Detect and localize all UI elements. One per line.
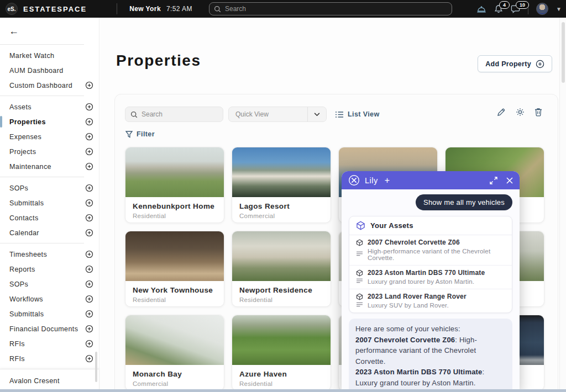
plus-circle-icon[interactable] [85, 199, 93, 207]
sidebar-item-label: Submittals [9, 199, 44, 207]
notifications-badge: 4 [499, 1, 510, 9]
add-property-label: Add Property [485, 60, 531, 68]
sidebar-item-avalon-cresent[interactable]: Avalon Cresent [0, 369, 99, 392]
list-view-label: List View [348, 110, 380, 118]
plus-circle-icon[interactable] [85, 103, 93, 111]
sidebar-item-workflows[interactable]: Workflows [0, 292, 99, 306]
new-chat-plus-icon[interactable]: + [385, 176, 390, 186]
sidebar-item-calendar[interactable]: Calendar [0, 225, 99, 240]
chevron-down-icon[interactable]: ▼ [556, 6, 562, 12]
chat-header[interactable]: Lily + [342, 171, 520, 189]
concierge-bell-icon[interactable] [476, 5, 486, 13]
sidebar-item-maintenance[interactable]: Maintenance [0, 159, 99, 174]
property-type: Residential [239, 380, 323, 387]
property-card[interactable]: Kennebunkport Home Residential [125, 147, 224, 223]
sidebar-item-submittals-2[interactable]: Submittals [0, 306, 99, 321]
sidebar-item-financial-documents[interactable]: Financial Documents [0, 321, 99, 336]
plus-circle-icon[interactable] [85, 229, 93, 237]
sidebar-item-submittals[interactable]: Submittals [0, 195, 99, 210]
sidebar-item-label: Maintenance [9, 163, 51, 171]
list-view-toggle[interactable]: List View [335, 110, 380, 118]
sidebar-item-rfis-2[interactable]: RFIs [0, 351, 99, 366]
plus-circle-icon[interactable] [85, 162, 93, 171]
app-logo: eS. [6, 3, 18, 15]
plus-circle-icon[interactable] [85, 295, 93, 303]
property-card[interactable]: Newport Residence Residential [232, 231, 331, 307]
plus-circle-icon[interactable] [85, 214, 93, 222]
assets-card-title: Your Assets [370, 221, 413, 230]
sidebar-item-reports[interactable]: Reports [0, 262, 99, 277]
cube-icon [356, 293, 363, 300]
sidebar-item-aum-dashboard[interactable]: AUM Dashboard [0, 63, 99, 78]
sidebar-item-timesheets[interactable]: Timesheets [0, 247, 99, 262]
sidebar-item-sops-2[interactable]: SOPs [0, 277, 99, 292]
property-card[interactable]: Lagos Resort Commercial [232, 147, 331, 223]
delete-trash-icon[interactable] [534, 108, 542, 116]
logo-text: eS. [7, 6, 15, 12]
description-lines-icon [356, 278, 363, 284]
sidebar-item-label: Assets [9, 103, 32, 111]
chat-title: Lily [365, 176, 378, 185]
property-image [125, 231, 224, 281]
expand-icon[interactable] [490, 177, 497, 184]
vertical-scrollbar[interactable] [559, 18, 566, 392]
time-label: 7:52 AM [166, 5, 192, 13]
vertical-scrollbar-thumb[interactable] [562, 22, 565, 83]
properties-search[interactable] [125, 107, 223, 122]
plus-circle-icon[interactable] [85, 280, 93, 288]
asset-list-item[interactable]: 2023 Land Rover Range Rover Luxury SUV b… [349, 289, 512, 312]
property-card[interactable]: Azure Haven Residential [232, 315, 331, 391]
property-card[interactable]: New York Townhouse Residential [125, 231, 224, 307]
notifications-bell-icon[interactable]: 4 [494, 4, 503, 14]
sidebar-item-expenses[interactable]: Expenses [0, 129, 99, 144]
close-icon[interactable] [506, 177, 513, 184]
back-arrow-icon[interactable]: ← [9, 25, 19, 37]
plus-circle-icon[interactable] [85, 184, 93, 192]
property-type: Residential [133, 296, 217, 303]
vehicle-name: 2007 Chevrolet Corvette Z06 [355, 336, 455, 344]
quick-view-dropdown[interactable]: Quick View [228, 107, 327, 122]
plus-circle-icon[interactable] [85, 310, 93, 318]
sidebar-item-label: Projects [9, 148, 36, 156]
sidebar-scrollbar-thumb[interactable] [95, 352, 97, 382]
sidebar-item-projects[interactable]: Projects [0, 144, 99, 159]
sidebar: ← Market Watch AUM Dashboard Custom Dash… [0, 18, 99, 392]
global-search-input[interactable] [225, 5, 435, 13]
plus-circle-icon[interactable] [85, 325, 93, 333]
property-card[interactable]: Monarch Bay Commercial [125, 315, 224, 391]
plus-circle-icon[interactable] [85, 354, 93, 363]
sidebar-item-label: Workflows [9, 295, 43, 303]
sidebar-item-market-watch[interactable]: Market Watch [0, 48, 99, 63]
plus-circle-icon[interactable] [85, 118, 93, 126]
sidebar-item-assets[interactable]: Assets [0, 99, 99, 114]
plus-circle-icon[interactable] [85, 340, 93, 348]
plus-circle-icon[interactable] [85, 133, 93, 141]
sidebar-item-properties[interactable]: Properties [0, 114, 99, 129]
plus-circle-icon[interactable] [85, 81, 93, 89]
horizontal-scrollbar[interactable] [0, 389, 566, 392]
sidebar-item-contacts[interactable]: Contacts [0, 210, 99, 225]
asset-list-item[interactable]: 2023 Aston Martin DBS 770 Ultimate Luxur… [349, 266, 512, 289]
sidebar-item-rfis[interactable]: RFIs [0, 336, 99, 351]
property-image [125, 147, 224, 197]
user-message: Show me all my vehicles [416, 194, 512, 210]
sidebar-item-label: Timesheets [9, 251, 47, 258]
description-lines-icon [356, 302, 363, 308]
sidebar-item-custom-dashboard[interactable]: Custom Dashboard [0, 78, 99, 93]
messages-icon[interactable]: 10 [511, 4, 520, 13]
add-property-button[interactable]: Add Property [478, 55, 552, 72]
asset-list-item[interactable]: 2007 Chevrolet Corvette Z06 High-perform… [349, 235, 512, 266]
sidebar-item-sops[interactable]: SOPs [0, 181, 99, 195]
filter-button[interactable]: Filter [125, 130, 155, 138]
plus-circle-icon[interactable] [85, 147, 93, 156]
sidebar-item-label: Properties [9, 118, 46, 126]
settings-gear-icon[interactable] [516, 108, 525, 116]
plus-circle-icon[interactable] [85, 265, 93, 273]
bot-message: Here are some of your vehicles: 2007 Che… [349, 319, 512, 392]
user-avatar[interactable] [536, 3, 548, 15]
plus-circle-icon[interactable] [85, 250, 93, 258]
edit-icon[interactable] [497, 108, 506, 116]
global-search[interactable] [209, 2, 452, 15]
properties-search-input[interactable] [142, 110, 213, 118]
lily-logo-icon [348, 174, 360, 186]
